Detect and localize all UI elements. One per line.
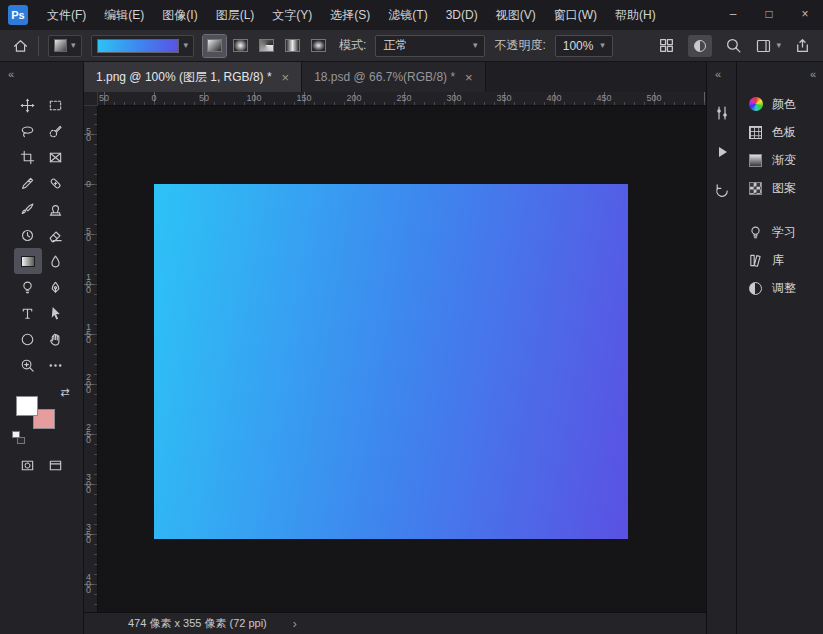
- healing-brush-tool[interactable]: [42, 170, 70, 196]
- tab-18-psd[interactable]: 18.psd @ 66.7%(RGB/8) * ×: [302, 62, 486, 92]
- window-controls: – □ ×: [715, 0, 823, 30]
- tool-preset-dropdown[interactable]: ▾: [48, 35, 82, 57]
- diamond-gradient-button[interactable]: [307, 35, 330, 57]
- screen-mode-button[interactable]: [42, 452, 70, 478]
- vertical-ruler[interactable]: 50 0 50 100 150 200 250 300 350 400: [84, 106, 98, 612]
- panel-tab-libraries[interactable]: 库: [737, 246, 823, 274]
- angle-gradient-button[interactable]: [255, 35, 278, 57]
- panel-dock: « 颜色 色板 渐变 图案: [737, 62, 823, 634]
- libraries-icon: [748, 253, 763, 268]
- transparency-grid-icon[interactable]: [658, 37, 675, 54]
- quick-mask-button[interactable]: [14, 452, 42, 478]
- status-expander-icon[interactable]: ›: [293, 617, 297, 631]
- ellipse-tool[interactable]: [14, 326, 42, 352]
- menu-item-type[interactable]: 文字(Y): [263, 0, 321, 30]
- tab-title: 18.psd @ 66.7%(RGB/8) *: [314, 70, 455, 84]
- brush-tool[interactable]: [14, 196, 42, 222]
- gradient-picker-dropdown[interactable]: ▾: [91, 35, 195, 57]
- close-tab-icon[interactable]: ×: [465, 70, 473, 85]
- linear-gradient-icon: [207, 39, 222, 52]
- panel-group-1: 颜色 色板 渐变 图案: [737, 90, 823, 202]
- type-tool[interactable]: [14, 300, 42, 326]
- photoshop-logo-icon[interactable]: Ps: [8, 5, 28, 25]
- eyedropper-tool[interactable]: [14, 170, 42, 196]
- ellipsis-icon: [48, 358, 63, 373]
- chevron-down-icon: ▾: [184, 41, 189, 50]
- ellipse-icon: [20, 332, 35, 347]
- panel-tab-swatches[interactable]: 色板: [737, 118, 823, 146]
- menu-item-window[interactable]: 窗口(W): [545, 0, 606, 30]
- menu-item-help[interactable]: 帮助(H): [606, 0, 665, 30]
- close-tab-icon[interactable]: ×: [282, 70, 290, 85]
- pen-tool[interactable]: [42, 274, 70, 300]
- linear-gradient-button[interactable]: [203, 35, 226, 57]
- ruler-label: 350: [496, 93, 511, 103]
- search-icon[interactable]: [725, 37, 742, 54]
- share-icon[interactable]: [794, 37, 811, 54]
- frame-tool[interactable]: [42, 144, 70, 170]
- home-icon[interactable]: [12, 38, 29, 54]
- ruler-label: 200: [86, 374, 93, 394]
- actions-panel-button[interactable]: [710, 140, 734, 164]
- default-colors-icon[interactable]: [12, 431, 25, 444]
- panel-tab-gradients[interactable]: 渐变: [737, 146, 823, 174]
- quick-selection-tool[interactable]: [42, 118, 70, 144]
- hand-icon: [48, 332, 63, 347]
- menu-item-view[interactable]: 视图(V): [487, 0, 545, 30]
- zoom-tool[interactable]: [14, 352, 42, 378]
- blur-tool[interactable]: [42, 248, 70, 274]
- gradient-method-button[interactable]: [688, 35, 712, 57]
- history-brush-tool[interactable]: [14, 222, 42, 248]
- more-tools-button[interactable]: [42, 352, 70, 378]
- maximize-button[interactable]: □: [751, 0, 787, 30]
- expand-panels-chevron[interactable]: «: [715, 68, 720, 80]
- lasso-tool[interactable]: [14, 118, 42, 144]
- menu-item-file[interactable]: 文件(F): [38, 0, 95, 30]
- crop-tool[interactable]: [14, 144, 42, 170]
- ruler-label: 150: [296, 93, 311, 103]
- hand-tool[interactable]: [42, 326, 70, 352]
- history-brush-icon: [20, 228, 35, 243]
- canvas-viewport[interactable]: [98, 106, 706, 612]
- minimize-button[interactable]: –: [715, 0, 751, 30]
- path-selection-tool[interactable]: [42, 300, 70, 326]
- move-tool[interactable]: [14, 92, 42, 118]
- menu-item-3d[interactable]: 3D(D): [437, 0, 487, 30]
- opacity-select[interactable]: 100% ▾: [555, 35, 613, 57]
- dodge-tool[interactable]: [14, 274, 42, 300]
- blend-mode-select[interactable]: 正常 ▾: [375, 35, 485, 57]
- gradient-tool[interactable]: [14, 248, 42, 274]
- history-panel-button[interactable]: [710, 179, 734, 203]
- menu-item-edit[interactable]: 编辑(E): [95, 0, 153, 30]
- foreground-color-swatch[interactable]: [16, 396, 38, 416]
- reflected-gradient-button[interactable]: [281, 35, 304, 57]
- panel-tab-adjustments[interactable]: 调整: [737, 274, 823, 302]
- chevron-down-icon: ▾: [776, 41, 781, 50]
- gradient-preview-swatch[interactable]: [97, 39, 179, 53]
- menu-item-select[interactable]: 选择(S): [321, 0, 379, 30]
- panel-tab-learn[interactable]: 学习: [737, 218, 823, 246]
- tool-preset-thumbnail-icon: [54, 39, 67, 52]
- close-button[interactable]: ×: [787, 0, 823, 30]
- rectangular-marquee-tool[interactable]: [42, 92, 70, 118]
- collapse-dock-chevron[interactable]: «: [810, 68, 815, 80]
- workspace-switcher-button[interactable]: ▾: [755, 38, 781, 54]
- horizontal-ruler[interactable]: 50 0 50 100 150 200 250 300 350 400 450 …: [98, 92, 706, 106]
- menu-item-image[interactable]: 图像(I): [153, 0, 206, 30]
- ruler-label: 50: [86, 228, 93, 241]
- collapse-toolbar-chevron[interactable]: «: [8, 68, 13, 80]
- panel-tab-patterns[interactable]: 图案: [737, 174, 823, 202]
- properties-panel-button[interactable]: [710, 101, 734, 125]
- radial-gradient-icon: [233, 39, 248, 52]
- panel-tab-color[interactable]: 颜色: [737, 90, 823, 118]
- menu-item-filter[interactable]: 滤镜(T): [379, 0, 436, 30]
- tab-1-png[interactable]: 1.png @ 100% (图层 1, RGB/8) * ×: [84, 62, 302, 92]
- canvas-image[interactable]: [154, 184, 628, 539]
- clone-stamp-icon: [48, 202, 63, 217]
- swap-colors-icon[interactable]: ⇄: [60, 386, 69, 399]
- menu-item-layer[interactable]: 图层(L): [207, 0, 264, 30]
- radial-gradient-button[interactable]: [229, 35, 252, 57]
- marquee-icon: [48, 98, 63, 113]
- eraser-tool[interactable]: [42, 222, 70, 248]
- clone-stamp-tool[interactable]: [42, 196, 70, 222]
